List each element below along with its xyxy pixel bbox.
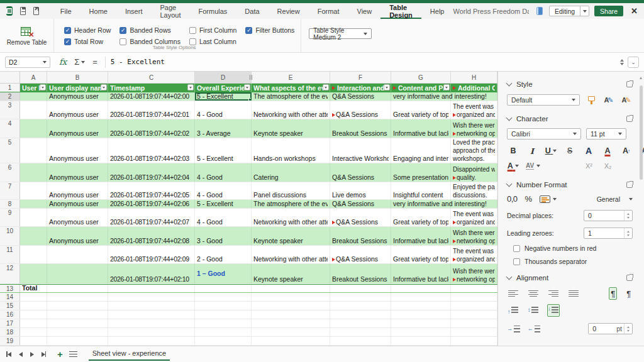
edit-style-button[interactable]: A✎ [620, 94, 633, 106]
header-cell-E[interactable]: What aspects of the event di [252, 84, 330, 92]
currency-format-button[interactable] [540, 195, 557, 203]
row-header-17[interactable]: 17 [0, 319, 20, 327]
cell-B13[interactable] [47, 285, 108, 292]
print-icon[interactable] [33, 7, 39, 15]
cell-C3[interactable]: 2026-01-08T19:07:44+02:01 [108, 101, 195, 119]
cell-D6[interactable]: 4 - Good [195, 163, 252, 182]
font-color-button[interactable]: A [582, 145, 595, 157]
cell-A6[interactable] [20, 163, 47, 182]
column-header-D[interactable]: D [195, 72, 252, 83]
menu-item-insert[interactable]: Insert [116, 3, 152, 19]
cell-D3[interactable]: 4 - Good [195, 101, 252, 119]
row-header-10[interactable]: 10 [0, 227, 20, 245]
cell-D12[interactable]: 1 – Good [195, 264, 252, 283]
collapse-chevron-icon[interactable] [506, 115, 513, 121]
menu-item-file[interactable]: File [52, 3, 80, 19]
formula-bar-scroll[interactable] [620, 59, 624, 65]
menu-item-formulas[interactable]: Formulas [189, 3, 236, 19]
align-justify-button[interactable] [567, 287, 580, 300]
column-header-H[interactable]: H [451, 72, 497, 83]
cell-C7[interactable]: 2026-01-08T19:07:44+02:05 [108, 182, 195, 199]
cell-G5[interactable]: Engaging and interactive [391, 138, 451, 163]
cell-F3[interactable]: Q&A Sessions [330, 101, 391, 119]
align-top-button[interactable]: ↑ [507, 304, 519, 317]
number-format-dropdown[interactable]: General [597, 195, 633, 203]
row-header-2[interactable]: 2 [0, 92, 20, 101]
decrease-indent-button[interactable]: ← [528, 322, 541, 335]
cell-F11[interactable]: Q&A Sessions [330, 246, 391, 263]
cell-H10[interactable]: Wish there were mnetworking opportu [451, 227, 497, 245]
letter-spacing-button[interactable]: AV [526, 160, 540, 172]
cell-F16[interactable] [330, 310, 391, 319]
row-header-16[interactable]: 16 [0, 310, 20, 319]
cell-D8[interactable]: 5 - Excellent [195, 200, 252, 208]
share-button[interactable]: Share [594, 6, 623, 16]
cell-G8[interactable]: very informative and interesting! [391, 200, 451, 208]
popout-icon[interactable] [626, 81, 633, 87]
cell-G13[interactable] [391, 285, 451, 292]
rtl-direction-button[interactable]: ¶← [625, 287, 633, 300]
cell-H6[interactable]: Disappointed with tquality. [451, 163, 497, 182]
text-color-button[interactable]: A [507, 160, 519, 172]
cell-A3[interactable] [20, 101, 47, 119]
cell-A17[interactable] [20, 319, 47, 327]
sheet-list-icon[interactable] [69, 351, 77, 357]
decimal-places-stepper[interactable]: 0 [584, 210, 633, 221]
cell-E3[interactable]: Networking with other attendi [252, 101, 330, 119]
ltr-direction-button[interactable]: ¶→ [609, 287, 617, 300]
row-header-19[interactable]: 19 [0, 337, 20, 345]
cell-B5[interactable]: Anonymous user [47, 138, 108, 163]
cell-C13[interactable] [108, 285, 195, 292]
cell-D7[interactable]: 4 - Good [195, 182, 252, 199]
cell-G10[interactable]: Informative but lacked d [391, 227, 451, 245]
option-header-row[interactable]: ✓Header Row [64, 25, 111, 36]
save-icon[interactable] [20, 7, 26, 15]
cell-E6[interactable]: Catering [252, 163, 330, 182]
cell-F19[interactable] [330, 337, 391, 345]
cell-E15[interactable] [252, 302, 330, 310]
cell-D15[interactable] [195, 302, 252, 310]
cell-B14[interactable] [47, 293, 108, 301]
cell-F12[interactable]: Breakout Sessions [330, 264, 391, 283]
row-header-3[interactable]: 3 [0, 101, 20, 119]
cell-C11[interactable]: 2026-01-08T19:07:44+02:09 [108, 246, 195, 263]
cell-B17[interactable] [47, 319, 108, 327]
first-sheet-button[interactable] [6, 351, 11, 358]
superscript-button[interactable]: X² [583, 160, 596, 172]
cell-F8[interactable]: Q&A Sessions [330, 200, 391, 208]
remove-table-button[interactable]: ✕ Remove Table [0, 19, 54, 52]
cell-F14[interactable] [330, 293, 391, 301]
cell-B18[interactable] [47, 328, 108, 336]
collapse-chevron-icon[interactable] [506, 181, 513, 187]
next-sheet-button[interactable] [30, 351, 34, 358]
cell-F4[interactable]: Breakout Sessions [330, 119, 391, 138]
menu-item-format[interactable]: Format [309, 3, 348, 19]
expand-formula-bar-button[interactable]: ⌄ [628, 57, 639, 68]
cell-style-dropdown[interactable]: Default [507, 94, 580, 106]
add-sheet-button[interactable]: + [57, 349, 63, 359]
row-header-4[interactable]: 4 [0, 119, 20, 138]
column-header-B[interactable]: B [47, 72, 108, 83]
panel-scrollbar[interactable] [640, 77, 643, 341]
filter-button[interactable] [384, 84, 390, 90]
cell-E7[interactable]: Panel discussions [252, 182, 330, 199]
column-header-E[interactable]: E [252, 72, 330, 83]
filter-button[interactable] [443, 84, 450, 90]
increase-font-button[interactable]: A↑ [620, 145, 633, 157]
filter-button[interactable] [323, 84, 329, 90]
cell-F6[interactable]: Q&A Sessions [330, 163, 391, 182]
align-bottom-button[interactable]: ↓ [547, 304, 560, 317]
column-header-A[interactable]: A [20, 72, 47, 83]
cell-E13[interactable] [252, 285, 330, 292]
cell-E19[interactable] [252, 337, 330, 345]
menu-item-table-design[interactable]: Table Design [380, 3, 421, 19]
header-cell-H[interactable]: Additional Comme [451, 84, 497, 92]
cell-B4[interactable]: Anonymous user [47, 119, 108, 138]
cell-A14[interactable] [20, 293, 47, 301]
cell-D17[interactable] [195, 319, 252, 327]
cell-A18[interactable] [20, 328, 47, 336]
collapse-chevron-icon[interactable] [506, 274, 513, 280]
cell-G15[interactable] [391, 302, 451, 310]
cell-H18[interactable] [451, 328, 497, 336]
row-header-15[interactable]: 15 [0, 302, 20, 310]
